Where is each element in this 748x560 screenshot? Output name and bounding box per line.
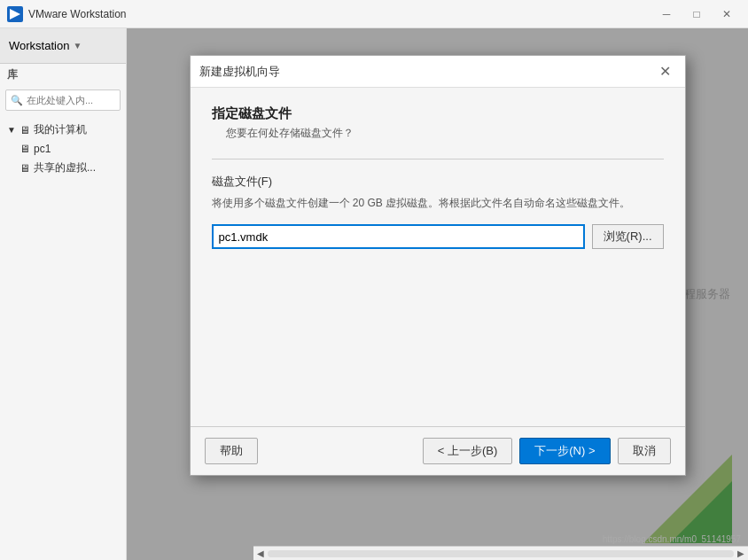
- dialog-footer: 帮助 < 上一步(B) 下一步(N) > 取消: [191, 426, 685, 475]
- search-input[interactable]: [27, 95, 115, 105]
- chevron-down-icon: ▼: [73, 41, 82, 51]
- browse-button[interactable]: 浏览(R)...: [592, 224, 664, 249]
- prev-button[interactable]: < 上一步(B): [423, 438, 513, 464]
- dialog-title: 新建虚拟机向导: [199, 64, 655, 80]
- sidebar-header[interactable]: Workstation ▼: [0, 28, 126, 64]
- next-button[interactable]: 下一步(N) >: [519, 438, 610, 464]
- vm-icon: 🖥: [19, 143, 30, 155]
- help-button[interactable]: 帮助: [205, 438, 258, 464]
- watermark-text: https://blog.csdn.mn/m0_51141957: [603, 534, 741, 544]
- dialog-section-title: 指定磁盘文件: [212, 105, 664, 122]
- minimize-button[interactable]: ─: [652, 4, 681, 24]
- sidebar-item-my-computer[interactable]: ▼ 🖥 我的计算机: [0, 120, 126, 140]
- dialog-body: 指定磁盘文件 您要在何处存储磁盘文件？ 磁盘文件(F) 将使用多个磁盘文件创建一…: [191, 88, 685, 284]
- sidebar-header-text: Workstation: [9, 39, 69, 52]
- sidebar-item-pc1[interactable]: 🖥 pc1: [0, 140, 126, 158]
- scroll-left-icon[interactable]: ◀: [257, 548, 264, 558]
- sidebar-item-label: 共享的虚拟...: [34, 160, 96, 175]
- field-description: 将使用多个磁盘文件创建一个 20 GB 虚拟磁盘。将根据此文件名自动命名这些磁盘…: [212, 195, 664, 212]
- bottom-scrollbar: ◀ ▶: [253, 546, 748, 560]
- field-label: 磁盘文件(F): [212, 174, 664, 190]
- sidebar-item-label: 我的计算机: [34, 122, 87, 137]
- computer-icon: 🖥: [19, 124, 30, 136]
- scrollbar-track[interactable]: [268, 550, 734, 557]
- scroll-right-icon[interactable]: ▶: [737, 548, 744, 558]
- dialog-spacer: [191, 284, 685, 426]
- dialog-close-button[interactable]: ✕: [655, 61, 676, 82]
- app-icon: [7, 6, 23, 22]
- sidebar-tree: ▼ 🖥 我的计算机 🖥 pc1 🖥 共享的虚拟...: [0, 116, 126, 182]
- close-button[interactable]: ✕: [713, 4, 741, 24]
- shared-icon: 🖥: [19, 162, 30, 175]
- dialog-titlebar: 新建虚拟机向导 ✕: [191, 56, 685, 88]
- sidebar-search-box[interactable]: 🔍: [5, 89, 121, 111]
- app-title: VMware Workstation: [28, 8, 647, 20]
- disk-file-input[interactable]: [212, 224, 585, 249]
- file-input-row: 浏览(R)...: [212, 224, 664, 249]
- search-icon: 🔍: [11, 95, 23, 106]
- window-controls: ─ □ ✕: [652, 4, 741, 24]
- maximize-button[interactable]: □: [682, 4, 711, 24]
- titlebar: VMware Workstation ─ □ ✕: [0, 0, 748, 28]
- app-body: Workstation ▼ 库 🔍 ▼ 🖥 我的计算机 🖥 pc1 🖥 共享的虚…: [0, 28, 748, 560]
- cancel-button[interactable]: 取消: [618, 438, 671, 464]
- sidebar-item-shared-vms[interactable]: 🖥 共享的虚拟...: [0, 158, 126, 178]
- dialog-section-sub: 您要在何处存储磁盘文件？: [212, 126, 664, 141]
- dialog: 新建虚拟机向导 ✕ 指定磁盘文件 您要在何处存储磁盘文件？ 磁盘文件(F) 将使…: [190, 55, 686, 476]
- content-area: → ← 接远程服务器 新建虚拟机向导 ✕ 指定磁盘文件: [127, 28, 748, 560]
- dialog-divider: [212, 159, 664, 159]
- expand-icon: ▼: [7, 125, 16, 135]
- sidebar: Workstation ▼ 库 🔍 ▼ 🖥 我的计算机 🖥 pc1 🖥 共享的虚…: [0, 28, 127, 560]
- sidebar-section-label: 库: [0, 64, 126, 84]
- modal-overlay: 新建虚拟机向导 ✕ 指定磁盘文件 您要在何处存储磁盘文件？ 磁盘文件(F) 将使…: [127, 28, 748, 560]
- sidebar-item-label: pc1: [34, 143, 51, 155]
